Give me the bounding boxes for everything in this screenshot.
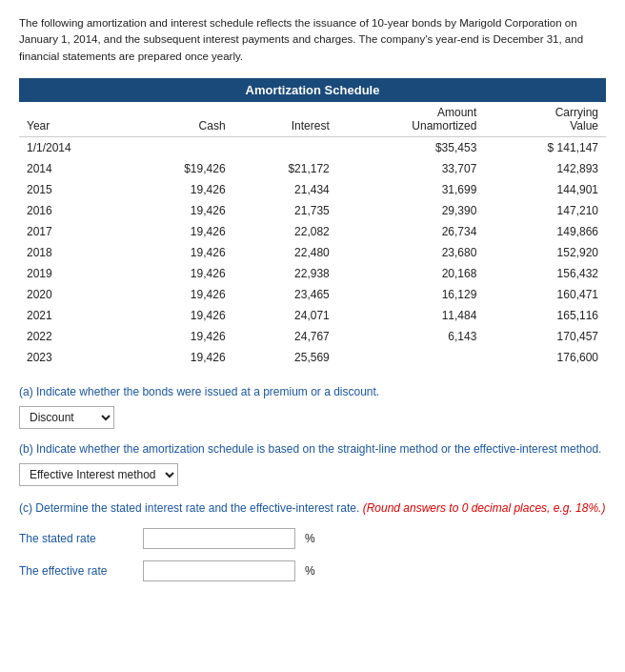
effective-rate-label: The effective rate xyxy=(19,564,133,578)
table-row: 2020 19,426 23,465 16,129 160,471 xyxy=(19,284,606,305)
table-row: 2021 19,426 24,071 11,484 165,116 xyxy=(19,305,606,326)
stated-rate-row: The stated rate % xyxy=(19,528,606,549)
table-header-row: Year Cash Interest AmountUnamortized Car… xyxy=(19,102,606,137)
amortization-table: Amortization Schedule Year Cash Interest… xyxy=(19,78,606,368)
header-year: Year xyxy=(19,102,129,137)
table-row: 1/1/2014 $35,453 $ 141,147 xyxy=(19,136,606,158)
table-title: Amortization Schedule xyxy=(19,78,606,102)
stated-rate-label: The stated rate xyxy=(19,532,133,545)
header-interest: Interest xyxy=(233,102,337,137)
amortization-table-container: Amortization Schedule Year Cash Interest… xyxy=(19,78,606,368)
section-a-label: (a) Indicate whether the bonds were issu… xyxy=(19,385,606,398)
table-row: 2018 19,426 22,480 23,680 152,920 xyxy=(19,242,606,263)
section-b-label: (b) Indicate whether the amortization sc… xyxy=(19,442,606,456)
header-cash: Cash xyxy=(129,102,232,137)
header-unamortized: AmountUnamortized xyxy=(337,102,485,137)
stated-percent-sign: % xyxy=(305,532,315,545)
effective-rate-row: The effective rate % xyxy=(19,560,606,581)
table-row: 2019 19,426 22,938 20,168 156,432 xyxy=(19,263,606,284)
table-row: 2016 19,426 21,735 29,390 147,210 xyxy=(19,200,606,221)
intro-paragraph: The following amortization and interest … xyxy=(19,15,606,65)
discount-premium-select[interactable]: Discount Premium xyxy=(19,406,114,429)
table-row: 2014 $19,426 $21,172 33,707 142,893 xyxy=(19,158,606,179)
section-c-label: (c) Determine the stated interest rate a… xyxy=(19,499,606,517)
table-row: 2023 19,426 25,569 176,600 xyxy=(19,347,606,368)
effective-rate-input[interactable] xyxy=(143,560,295,581)
table-row: 2015 19,426 21,434 31,699 144,901 xyxy=(19,179,606,200)
amortization-method-select[interactable]: Effective Interest method Straight-line … xyxy=(19,463,178,486)
stated-rate-input[interactable] xyxy=(143,528,295,549)
table-row: 2017 19,426 22,082 26,734 149,866 xyxy=(19,221,606,242)
section-b-dropdown-row: Effective Interest method Straight-line … xyxy=(19,463,606,486)
section-c-normal-text: (c) Determine the stated interest rate a… xyxy=(19,501,359,515)
section-c-red-text: (Round answers to 0 decimal places, e.g.… xyxy=(363,501,606,515)
header-carrying: CarryingValue xyxy=(484,102,606,137)
effective-percent-sign: % xyxy=(305,564,315,578)
table-row: 2022 19,426 24,767 6,143 170,457 xyxy=(19,326,606,347)
table-title-row: Amortization Schedule xyxy=(19,78,606,102)
section-a-dropdown-row: Discount Premium xyxy=(19,406,606,429)
